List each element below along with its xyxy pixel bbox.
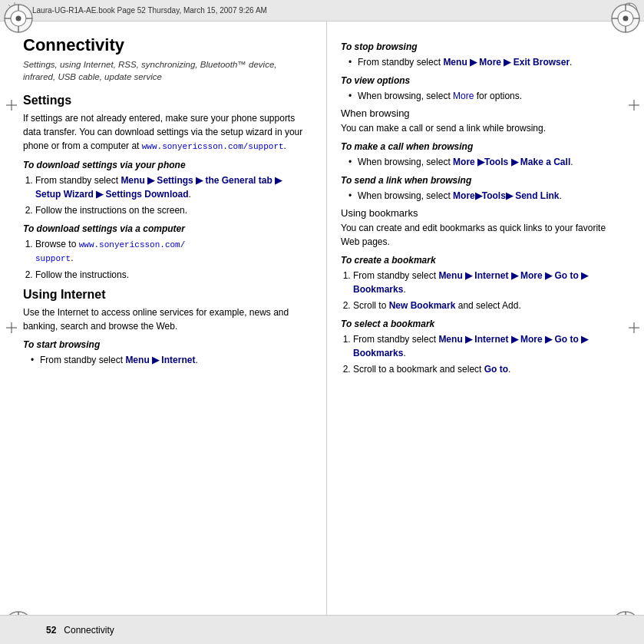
download-phone-heading: To download settings via your phone (23, 160, 303, 170)
page-title: Connectivity (23, 35, 303, 55)
footer-bar: 52 Connectivity (0, 615, 644, 644)
menu-text: Menu ▶ Internet ▶ More ▶ Go to ▶ Bookmar… (353, 270, 588, 295)
list-item: Scroll to New Bookmark and select Add. (353, 299, 621, 312)
start-browsing-list: From standby select Menu ▶ Internet. (31, 353, 303, 367)
list-item: Scroll to a bookmark and select Go to. (353, 362, 621, 376)
when-browsing-heading: When browsing (341, 107, 621, 119)
settings-heading: Settings (23, 94, 303, 107)
stop-browsing-heading: To stop browsing (341, 41, 621, 52)
list-item: Follow the instructions on the screen. (35, 203, 303, 217)
internet-body: Use the Internet to access online servic… (23, 305, 303, 333)
support-url-2: www.sonyericsson.com/support (35, 240, 185, 264)
menu-text: Menu ▶ Settings ▶ the General tab ▶ Setu… (35, 175, 282, 200)
create-bookmark-heading: To create a bookmark (341, 255, 621, 266)
make-call-list: When browsing, select More ▶Tools ▶ Make… (348, 155, 621, 169)
send-link-heading: To send a link when browsing (341, 175, 621, 186)
send-link-list: When browsing, select More▶Tools▶ Send L… (348, 189, 621, 203)
left-column: Connectivity Settings, using Internet, R… (23, 21, 311, 615)
stop-browsing-list: From standby select Menu ▶ More ▶ Exit B… (348, 55, 621, 69)
side-marker-left-top (6, 100, 15, 109)
bookmarks-heading: Using bookmarks (341, 207, 621, 219)
menu-text: Menu ▶ More ▶ Exit Browser (443, 57, 570, 68)
header-bar: Laura-UG-R1A-AE.book Page 52 Thursday, M… (0, 0, 644, 21)
more-link: More (453, 91, 474, 101)
settings-body: If settings are not already entered, mak… (23, 111, 303, 154)
list-item: From standby select Menu ▶ Internet ▶ Mo… (353, 332, 621, 360)
view-options-list: When browsing, select More for options. (348, 89, 621, 103)
list-item: When browsing, select More ▶Tools ▶ Make… (348, 155, 621, 169)
svg-point-25 (623, 16, 629, 21)
menu-text: New Bookmark (389, 300, 456, 311)
content-area: Connectivity Settings, using Internet, R… (23, 21, 621, 615)
bookmarks-body: You can create and edit bookmarks as qui… (341, 221, 621, 249)
menu-text: More ▶Tools ▶ Make a Call (453, 157, 570, 167)
header-text: Laura-UG-R1A-AE.book Page 52 Thursday, M… (32, 6, 267, 15)
when-browsing-body: You can make a call or send a link while… (341, 121, 621, 135)
start-browsing-heading: To start browsing (23, 339, 303, 350)
download-phone-steps: From standby select Menu ▶ Settings ▶ th… (35, 173, 303, 217)
side-marker-left-mid (6, 322, 15, 332)
make-call-heading: To make a call when browsing (341, 141, 621, 152)
internet-heading: Using Internet (23, 288, 303, 302)
menu-text: Go to (484, 364, 508, 375)
menu-text: Menu ▶ Internet ▶ More ▶ Go to ▶ Bookmar… (353, 334, 588, 358)
svg-point-18 (16, 16, 21, 21)
side-marker-right-mid (629, 322, 638, 332)
list-item: From standby select Menu ▶ Internet ▶ Mo… (353, 269, 621, 296)
list-item: From standby select Menu ▶ Settings ▶ th… (35, 173, 303, 201)
page-subtitle: Settings, using Internet, RSS, synchroni… (23, 58, 303, 83)
side-marker-right-top (629, 100, 638, 109)
support-url: www.sonyericsson.com/support (142, 142, 284, 151)
download-computer-heading: To download settings via a computer (23, 223, 303, 234)
list-item: When browsing, select More for options. (348, 89, 621, 103)
view-options-heading: To view options (341, 75, 621, 86)
list-item: Browse to www.sonyericsson.com/support. (35, 237, 303, 266)
page-container: Laura-UG-R1A-AE.book Page 52 Thursday, M… (0, 0, 644, 644)
list-item: Follow the instructions. (35, 268, 303, 282)
menu-text: More▶Tools▶ Send Link (453, 190, 559, 201)
select-bookmark-heading: To select a bookmark (341, 319, 621, 329)
menu-text: Menu ▶ Internet (125, 355, 195, 365)
list-item: From standby select Menu ▶ More ▶ Exit B… (348, 55, 621, 69)
create-bookmark-steps: From standby select Menu ▶ Internet ▶ Mo… (353, 269, 621, 312)
footer-section-label: Connectivity (64, 625, 114, 636)
download-computer-steps: Browse to www.sonyericsson.com/support. … (35, 237, 303, 282)
right-column: To stop browsing From standby select Men… (326, 21, 621, 615)
list-item: From standby select Menu ▶ Internet. (31, 353, 303, 367)
select-bookmark-steps: From standby select Menu ▶ Internet ▶ Mo… (353, 332, 621, 376)
footer-page-number: 52 (46, 625, 56, 636)
list-item: When browsing, select More▶Tools▶ Send L… (348, 189, 621, 203)
